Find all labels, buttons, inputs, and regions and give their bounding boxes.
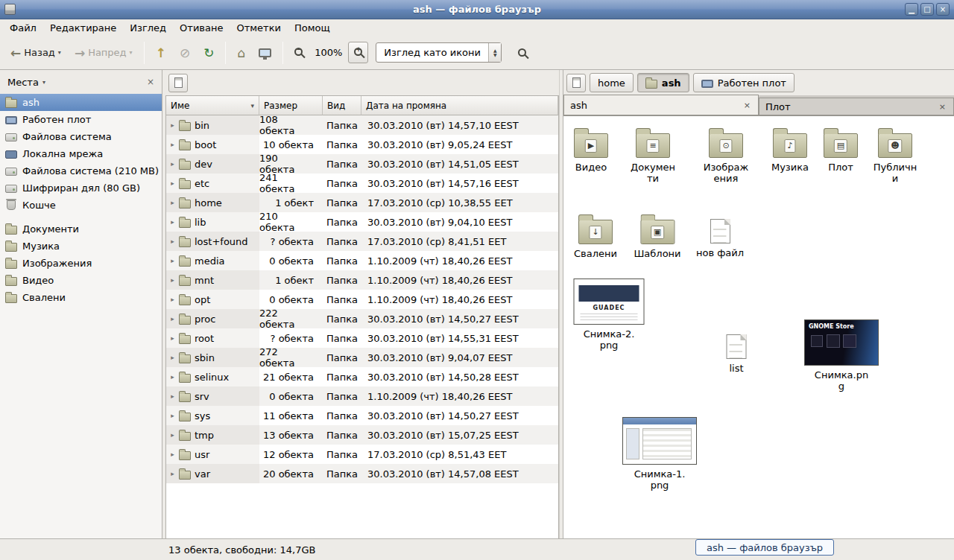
icon-view-item[interactable]: Снимка-1.png: [622, 417, 697, 491]
view-mode-select[interactable]: Изглед като икони ▲ ▼: [376, 42, 502, 63]
sidebar-item[interactable]: Документи: [0, 220, 162, 238]
back-button[interactable]: ← Назад ▾: [4, 42, 67, 63]
menu-item[interactable]: Помощ: [288, 21, 337, 35]
icon-view-item[interactable]: list: [727, 330, 747, 374]
table-row[interactable]: ▸lib210 обектаПапка30.03.2010 (вт) 9,04,…: [166, 212, 558, 232]
sidebar-item[interactable]: Свалени: [0, 289, 162, 306]
breadcrumb-button[interactable]: ash: [637, 73, 689, 92]
expander-icon[interactable]: ▸: [168, 179, 177, 187]
expander-icon[interactable]: ▸: [168, 470, 177, 477]
breadcrumb-button[interactable]: home: [590, 73, 634, 92]
menu-item[interactable]: Отиване: [173, 21, 230, 35]
table-row[interactable]: ▸tmp13 обектаПапка30.03.2010 (вт) 15,07,…: [166, 425, 558, 445]
column-header[interactable]: Размер: [259, 96, 323, 115]
expander-icon[interactable]: ▸: [168, 218, 177, 226]
sidebar-item[interactable]: Изображения: [0, 255, 162, 272]
table-row[interactable]: ▸etc241 обектаПапка30.03.2010 (вт) 14,57…: [166, 174, 558, 193]
column-header[interactable]: Име▾: [166, 96, 259, 115]
pane-location-button[interactable]: [566, 74, 586, 92]
up-button[interactable]: ↑: [150, 42, 172, 63]
icon-view-item[interactable]: GNOME StoreСнимка.png: [804, 319, 879, 392]
icon-view-item[interactable]: ⊙Изображения: [702, 127, 750, 184]
forward-button[interactable]: → Напред ▾: [69, 42, 139, 63]
pane-location-button[interactable]: [168, 74, 188, 92]
table-row[interactable]: ▸proc222 обектаПапка30.03.2010 (вт) 14,5…: [166, 309, 558, 328]
table-row[interactable]: ▸lost+found? обектаПапка17.03.2010 (ср) …: [166, 232, 558, 251]
minimize-button[interactable]: ▁: [905, 3, 918, 16]
icon-view-item[interactable]: ▣Шаблони: [634, 213, 680, 259]
tab[interactable]: Плот×: [759, 98, 954, 115]
table-row[interactable]: ▸sys11 обектаПапка30.03.2010 (вт) 14,50,…: [166, 406, 558, 425]
expander-icon[interactable]: ▸: [168, 451, 177, 458]
table-row[interactable]: ▸sbin272 обектаПапка30.03.2010 (вт) 9,04…: [166, 348, 558, 367]
back-dropdown-icon[interactable]: ▾: [58, 49, 61, 56]
menu-item[interactable]: Изглед: [123, 21, 173, 35]
expander-icon[interactable]: ▸: [168, 354, 177, 361]
icon-view-item[interactable]: ♪Музика: [771, 127, 809, 173]
table-row[interactable]: ▸usr12 обектаПапка17.03.2010 (ср) 8,51,4…: [166, 445, 558, 464]
expander-icon[interactable]: ▸: [168, 160, 177, 168]
table-row[interactable]: ▸dev190 обектаПапка30.03.2010 (вт) 14,51…: [166, 154, 558, 174]
expander-icon[interactable]: ▸: [168, 315, 177, 322]
sidebar-dropdown-icon[interactable]: ▾: [42, 79, 45, 86]
computer-button[interactable]: [253, 43, 277, 63]
expander-icon[interactable]: ▸: [168, 392, 177, 400]
table-row[interactable]: ▸var20 обектаПапка30.03.2010 (вт) 14,57,…: [166, 464, 558, 483]
sidebar-close-icon[interactable]: ×: [147, 77, 154, 87]
icon-view-item[interactable]: ▤Плот: [824, 127, 858, 173]
sidebar-item[interactable]: Шифриран дял (80 GB): [0, 179, 162, 197]
expander-icon[interactable]: ▸: [168, 334, 177, 342]
sidebar-item[interactable]: ash: [0, 94, 162, 111]
sidebar-item[interactable]: Кошче: [0, 197, 162, 214]
icon-view-item[interactable]: ≡Документи: [629, 127, 677, 184]
expander-icon[interactable]: ▸: [168, 141, 177, 148]
close-button[interactable]: ×: [936, 3, 950, 16]
menu-item[interactable]: Редактиране: [43, 21, 123, 35]
table-row[interactable]: ▸opt0 обектаПапка1.10.2009 (чт) 18,40,26…: [166, 290, 558, 309]
expander-icon[interactable]: ▸: [168, 296, 177, 303]
expander-icon[interactable]: ▸: [168, 431, 177, 439]
icon-view-item[interactable]: ▶Видео: [574, 127, 608, 173]
icon-view-item[interactable]: ↓Свалени: [574, 213, 617, 259]
table-row[interactable]: ▸mnt1 обектПапка1.10.2009 (чт) 18,40,26 …: [166, 270, 558, 290]
search-button[interactable]: [511, 42, 534, 63]
table-row[interactable]: ▸srv0 обектаПапка1.10.2009 (чт) 18,40,26…: [166, 386, 558, 406]
titlebar[interactable]: ash — файлов браузър ▁ □ ×: [0, 0, 954, 19]
column-header[interactable]: Вид: [323, 96, 361, 115]
stop-button[interactable]: ⊘: [174, 40, 196, 66]
menu-item[interactable]: Отметки: [230, 21, 287, 35]
icon-view-item[interactable]: нов файл: [696, 214, 744, 258]
breadcrumb-button[interactable]: Работен плот: [693, 73, 795, 92]
expander-icon[interactable]: ▸: [168, 199, 177, 206]
menu-item[interactable]: Файл: [3, 21, 43, 35]
table-row[interactable]: ▸selinux21 обектаПапка30.03.2010 (вт) 14…: [166, 367, 558, 386]
expander-icon[interactable]: ▸: [168, 373, 177, 381]
zoom-in-button[interactable]: +: [348, 42, 368, 63]
expander-icon[interactable]: ▸: [168, 257, 177, 264]
tab-close-icon[interactable]: ×: [742, 101, 752, 110]
zoom-out-button[interactable]: −: [288, 42, 309, 63]
tab-close-icon[interactable]: ×: [938, 102, 947, 112]
view-mode-spinner[interactable]: ▲ ▼: [488, 43, 501, 62]
tab[interactable]: ash×: [563, 95, 759, 115]
sidebar-title[interactable]: Места: [7, 77, 39, 88]
table-row[interactable]: ▸boot10 обектаПапка30.03.2010 (вт) 9,05,…: [166, 135, 558, 154]
table-row[interactable]: ▸root? обектаПапка30.03.2010 (вт) 14,55,…: [166, 328, 558, 348]
expander-icon[interactable]: ▸: [168, 121, 177, 129]
sidebar-item[interactable]: Файлова система (210 MB): [0, 162, 162, 179]
taskbar-window-button[interactable]: ash — файлов браузър: [695, 539, 834, 556]
maximize-button[interactable]: □: [920, 3, 934, 16]
sidebar-item[interactable]: Файлова система: [0, 128, 162, 145]
expander-icon[interactable]: ▸: [168, 276, 177, 284]
expander-icon[interactable]: ▸: [168, 238, 177, 245]
icon-view-item[interactable]: ☻Публични: [871, 127, 919, 184]
sidebar-item[interactable]: Работен плот: [0, 111, 162, 128]
sidebar-item[interactable]: Видео: [0, 272, 162, 289]
reload-button[interactable]: ↻: [198, 40, 220, 66]
table-row[interactable]: ▸media0 обектаПапка1.10.2009 (чт) 18,40,…: [166, 251, 558, 270]
sidebar-item[interactable]: Музика: [0, 238, 162, 255]
table-row[interactable]: ▸bin108 обектаПапка30.03.2010 (вт) 14,57…: [166, 115, 558, 135]
expander-icon[interactable]: ▸: [168, 412, 177, 419]
column-header[interactable]: Дата на промяна: [361, 96, 558, 115]
sidebar-item[interactable]: Локална мрежа: [0, 145, 162, 162]
